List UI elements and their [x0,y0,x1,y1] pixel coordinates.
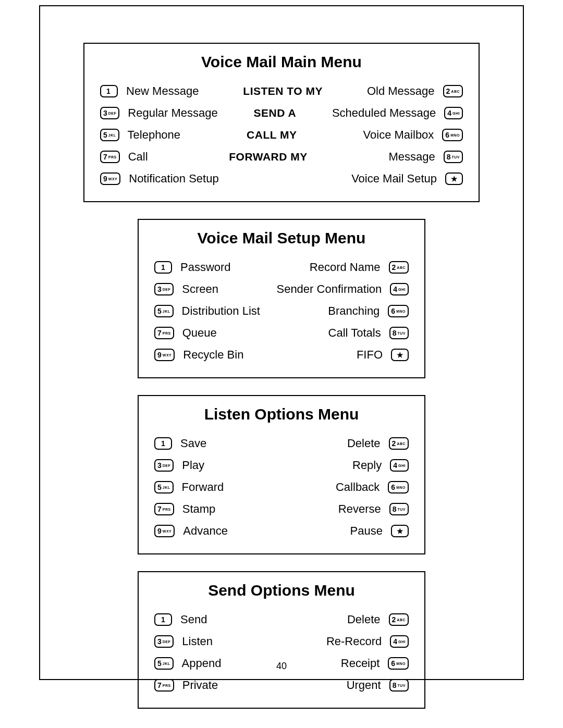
listen-menu-box: Listen Options Menu 1Save Delete2ABC 3DE… [138,395,425,554]
key-9: 9WXY [154,349,175,361]
key-2: 2ABC [389,261,409,274]
listen-right-5: Pause [350,524,383,538]
key-8: 8TUV [389,503,409,515]
key-1: 1 [154,613,172,626]
send-menu-title: Send Options Menu [154,582,409,599]
listen-right-3: Callback [336,480,380,494]
key-9: 9WXY [100,172,120,185]
send-left-4: Private [182,678,218,692]
main-center-2: SEND A [218,107,332,119]
setup-menu-box: Voice Mail Setup Menu 1Password Record N… [138,219,425,378]
key-3: 3DEF [100,107,119,119]
key-star: ★ [391,525,409,537]
key-5: 5JKL [154,305,174,317]
listen-row-4: 7PRSStamp Reverse8TUV [154,498,409,520]
main-row-3: 5JKL Telephone CALL MY Voice Mailbox 6MN… [100,124,463,146]
main-row-2: 3DEF Regular Message SEND A Scheduled Me… [100,102,463,124]
key-3: 3DEF [154,459,174,472]
key-4: 4GHI [390,459,409,472]
setup-row-1: 1Password Record Name2ABC [154,256,409,278]
key-star: ★ [445,172,463,185]
send-right-4: Urgent [347,678,381,692]
key-6: 6MNO [388,305,409,317]
main-right-5: Voice Mail Setup [351,172,437,186]
key-6: 6MNO [388,481,409,493]
main-center-4: FORWARD MY [148,151,389,163]
main-row-1: 1 New Message LISTEN TO MY Old Message 2… [100,80,463,102]
main-left-4: Call [128,150,148,164]
main-center-1: LISTEN TO MY [199,85,367,97]
key-4: 4GHI [444,107,463,119]
main-menu-box: Voice Mail Main Menu 1 New Message LISTE… [83,43,480,202]
setup-row-2: 3DEFScreen Sender Confirmation4GHI [154,278,409,300]
setup-left-4: Queue [182,326,217,340]
main-right-1: Old Message [367,84,435,98]
listen-menu-title: Listen Options Menu [154,405,409,423]
setup-left-2: Screen [182,282,218,296]
listen-right-2: Reply [352,459,382,472]
send-right-1: Delete [347,613,381,626]
listen-left-4: Stamp [182,502,216,516]
listen-left-5: Advance [183,524,228,538]
send-row-2: 3DEFListen Re-Record4GHI [154,631,409,652]
listen-left-1: Save [180,437,206,450]
setup-right-4: Call Totals [328,326,381,340]
listen-row-3: 5JKLForward Callback6MNO [154,476,409,498]
listen-left-3: Forward [182,480,224,494]
setup-row-3: 5JKLDistribution List Branching6MNO [154,300,409,322]
key-7: 7PRS [100,151,120,163]
key-4: 4GHI [390,283,409,295]
main-left-1: New Message [126,84,199,98]
key-2: 2ABC [389,613,409,626]
key-3: 3DEF [154,635,174,648]
key-5: 5JKL [154,481,174,493]
key-9: 9WXY [154,525,175,537]
setup-right-1: Record Name [310,261,381,274]
key-3: 3DEF [154,283,174,295]
send-row-4: 7PRSPrivate Urgent8TUV [154,674,409,696]
main-row-5: 9WXY Notification Setup Voice Mail Setup… [100,168,463,190]
setup-row-5: 9WXYRecycle Bin FIFO★ [154,344,409,366]
send-left-2: Listen [182,635,213,648]
main-left-3: Telephone [128,128,181,142]
key-5: 5JKL [100,129,119,141]
key-4: 4GHI [390,635,409,648]
send-left-1: Send [180,613,207,626]
key-1: 1 [154,261,172,274]
main-right-2: Scheduled Message [332,106,436,120]
listen-row-5: 9WXYAdvance Pause★ [154,520,409,542]
key-7: 7PRS [154,503,174,515]
main-center-3: CALL MY [180,129,363,141]
key-2: 2ABC [443,85,463,97]
page-border: Voice Mail Main Menu 1 New Message LISTE… [39,5,524,680]
main-row-4: 7PRS Call FORWARD MY Message 8TUV [100,146,463,168]
key-7: 7PRS [154,679,174,692]
listen-right-4: Reverse [338,502,381,516]
key-1: 1 [100,85,118,97]
main-left-5: Notification Setup [129,172,218,186]
key-8: 8TUV [389,679,409,692]
listen-row-1: 1Save Delete2ABC [154,433,409,454]
main-menu-title: Voice Mail Main Menu [100,53,463,71]
setup-row-4: 7PRSQueue Call Totals8TUV [154,322,409,344]
setup-menu-title: Voice Mail Setup Menu [154,229,409,247]
main-left-2: Regular Message [128,106,217,120]
listen-row-2: 3DEFPlay Reply4GHI [154,454,409,476]
send-row-1: 1Send Delete2ABC [154,609,409,631]
main-right-3: Voice Mailbox [363,128,434,142]
setup-right-3: Branching [328,304,380,318]
setup-right-5: FIFO [357,348,383,362]
main-right-4: Message [388,150,435,164]
listen-right-1: Delete [347,437,381,450]
setup-right-2: Sender Confirmation [276,282,382,296]
setup-left-5: Recycle Bin [183,348,243,362]
key-8: 8TUV [444,151,463,163]
setup-left-1: Password [180,261,231,274]
setup-left-3: Distribution List [182,304,260,318]
send-right-2: Re-Record [326,635,382,648]
key-6: 6MNO [442,129,463,141]
key-7: 7PRS [154,327,174,339]
page-number: 40 [40,661,523,672]
key-2: 2ABC [389,437,409,450]
key-8: 8TUV [389,327,409,339]
